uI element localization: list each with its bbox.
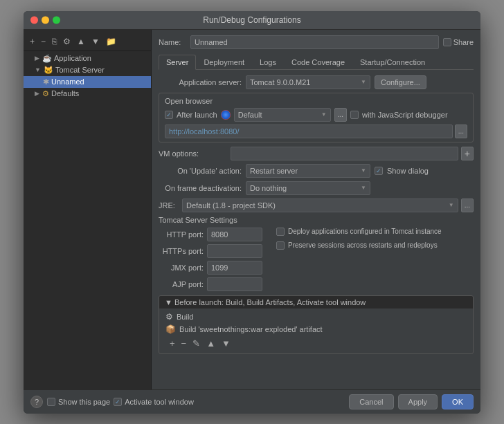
edit-launch-button[interactable]: ✎ xyxy=(190,338,202,349)
name-row: Name: Share xyxy=(159,35,474,49)
http-port-label: HTTP port: xyxy=(159,230,204,239)
activate-checkbox[interactable] xyxy=(114,398,122,406)
remove-launch-button[interactable]: − xyxy=(179,338,189,349)
tab-deployment[interactable]: Deployment xyxy=(196,55,252,69)
dropdown-arrow-icon: ▼ xyxy=(321,111,327,118)
copy-config-button[interactable]: ⎘ xyxy=(50,35,59,48)
url-row: ... xyxy=(165,125,467,138)
launch-item-build: ⚙ Build xyxy=(163,311,469,323)
help-button[interactable]: ? xyxy=(30,396,43,408)
folder-button[interactable]: 📁 xyxy=(104,35,118,48)
jre-more-button[interactable]: ... xyxy=(461,199,474,212)
artifact-icon: 📦 xyxy=(165,324,176,334)
name-input[interactable] xyxy=(190,35,439,49)
footer: ? Show this page Activate tool window Ca… xyxy=(24,389,480,414)
vm-options-input[interactable] xyxy=(231,147,458,160)
remove-config-button[interactable]: − xyxy=(39,35,48,48)
app-server-row: Application server: Tomcat 9.0.0.M21 ▼ C… xyxy=(159,75,474,89)
close-button[interactable] xyxy=(30,16,38,24)
cancel-button[interactable]: Cancel xyxy=(349,394,393,409)
show-dialog-checkbox[interactable] xyxy=(375,167,383,175)
on-update-dropdown[interactable]: Restart server ▼ xyxy=(246,164,370,178)
expand-arrow: ▶ xyxy=(35,55,39,62)
share-label: Share xyxy=(443,38,474,46)
ok-button[interactable]: OK xyxy=(442,394,474,409)
footer-right: Cancel Apply OK xyxy=(349,394,474,409)
sidebar-item-unnamed[interactable]: ✱ Unnamed xyxy=(24,76,151,88)
vm-options-label: VM options: xyxy=(159,149,228,158)
sidebar-item-application[interactable]: ▶ ☕ Application xyxy=(24,53,151,64)
vm-options-expand-button[interactable]: + xyxy=(461,147,474,160)
ajp-port-row: AJP port: xyxy=(159,277,262,291)
configure-button[interactable]: Configure... xyxy=(375,75,426,89)
jre-label: JRE: xyxy=(159,201,179,210)
https-port-input[interactable] xyxy=(207,244,262,258)
after-launch-checkbox[interactable] xyxy=(165,111,173,119)
dropdown-arrow-icon: ▼ xyxy=(361,79,366,85)
tabs: Server Deployment Logs Code Coverage Sta… xyxy=(159,55,474,70)
move-down-button[interactable]: ▼ xyxy=(89,35,102,48)
launch-item-artifact: 📦 Build 'sweetnothings:war exploded' art… xyxy=(163,323,469,335)
browser-more-button[interactable]: ... xyxy=(334,108,347,122)
apply-button[interactable]: Apply xyxy=(398,394,438,409)
https-port-label: HTTPs port: xyxy=(159,247,204,255)
deploy-check-label: Deploy applications configured in Tomcat… xyxy=(288,228,442,235)
move-up-button[interactable]: ▲ xyxy=(75,35,87,48)
jmx-port-row: JMX port: xyxy=(159,261,262,275)
tomcat-icon: 🐱 xyxy=(44,66,53,75)
tab-server[interactable]: Server xyxy=(159,55,196,70)
on-frame-dropdown[interactable]: Do nothing ▼ xyxy=(246,181,370,195)
down-launch-button[interactable]: ▼ xyxy=(219,338,233,349)
minimize-button[interactable] xyxy=(42,16,49,24)
jmx-port-input[interactable] xyxy=(207,261,262,275)
preserve-checkbox[interactable] xyxy=(276,241,285,250)
http-port-input[interactable] xyxy=(207,228,262,241)
title-bar: Run/Debug Configurations xyxy=(24,11,480,30)
url-input[interactable] xyxy=(165,125,453,138)
dropdown-arrow-icon: ▼ xyxy=(449,202,454,208)
maximize-button[interactable] xyxy=(53,16,60,24)
show-dialog-label: Show dialog xyxy=(387,167,429,175)
sidebar-item-label: Defaults xyxy=(51,89,79,98)
on-frame-label: On frame deactivation: xyxy=(159,184,242,192)
browser-icon xyxy=(221,110,231,120)
deploy-checkbox[interactable] xyxy=(276,228,285,236)
preserve-check-row: Preserve sessions across restarts and re… xyxy=(276,241,442,250)
dropdown-arrow-icon: ▼ xyxy=(361,167,366,174)
footer-left: Show this page Activate tool window xyxy=(47,398,194,406)
url-more-button[interactable]: ... xyxy=(455,125,467,138)
sidebar-item-label: Unnamed xyxy=(51,77,84,86)
tab-startup[interactable]: Startup/Connection xyxy=(352,55,433,69)
add-launch-button[interactable]: + xyxy=(168,338,177,349)
share-checkbox[interactable] xyxy=(443,38,451,46)
tab-code-coverage[interactable]: Code Coverage xyxy=(284,55,352,69)
on-update-label: On 'Update' action: xyxy=(159,167,242,175)
before-launch-section: ▼ Before launch: Build, Build Artifacts,… xyxy=(159,295,474,354)
traffic-lights xyxy=(30,16,60,24)
build-icon: ⚙ xyxy=(165,312,173,322)
sidebar-item-tomcat[interactable]: ▼ 🐱 Tomcat Server xyxy=(24,64,151,76)
defaults-icon: ⚙ xyxy=(42,89,49,98)
server-settings: Tomcat Server Settings HTTP port: HTTPs … xyxy=(159,216,474,291)
ports-section: HTTP port: HTTPs port: JMX port: AJ xyxy=(159,228,262,291)
sidebar-item-label: Application xyxy=(54,54,91,62)
preserve-check-label: Preserve sessions across restarts and re… xyxy=(288,241,438,249)
sidebar-toolbar: + − ⎘ ⚙ ▲ ▼ 📁 xyxy=(24,33,151,51)
https-port-row: HTTPs port: xyxy=(159,244,262,258)
config-icon: ✱ xyxy=(43,77,49,86)
show-page-row: Show this page xyxy=(47,398,110,406)
app-server-dropdown[interactable]: Tomcat 9.0.0.M21 ▼ xyxy=(246,75,370,89)
up-launch-button[interactable]: ▲ xyxy=(204,338,217,349)
ajp-port-input[interactable] xyxy=(207,277,262,291)
add-config-button[interactable]: + xyxy=(28,35,37,48)
show-page-checkbox[interactable] xyxy=(47,398,55,406)
browser-dropdown[interactable]: Default ▼ xyxy=(234,108,331,122)
dialog-title: Run/Debug Configurations xyxy=(203,15,300,25)
js-debugger-checkbox[interactable] xyxy=(350,111,359,119)
tab-logs[interactable]: Logs xyxy=(252,55,284,69)
settings-button[interactable]: ⚙ xyxy=(61,35,73,48)
activate-check-row: Activate tool window xyxy=(114,398,194,406)
jre-dropdown[interactable]: Default (1.8 - project SDK) ▼ xyxy=(182,199,458,212)
sidebar-item-defaults[interactable]: ▶ ⚙ Defaults xyxy=(24,88,151,100)
open-browser-section: Open browser After launch Default ▼ ... … xyxy=(159,93,474,142)
